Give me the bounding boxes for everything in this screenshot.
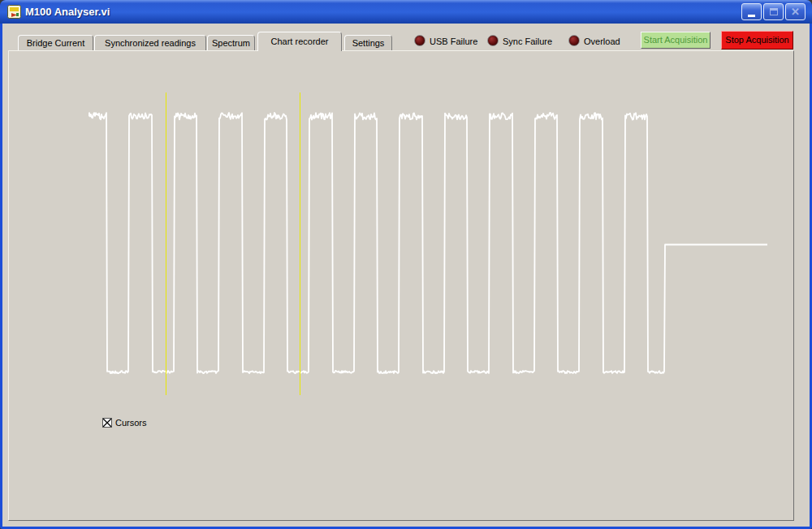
sync-failure-led	[487, 35, 499, 46]
titlebar[interactable]: M100 Analyser.vi ✕	[0, 0, 812, 24]
close-button[interactable]: ✕	[785, 3, 806, 20]
graph-cursor-line[interactable]	[166, 92, 166, 395]
window-title: M100 Analyser.vi	[25, 6, 741, 18]
close-icon: ✕	[791, 6, 800, 17]
cursors-checkbox[interactable]: Cursors	[101, 416, 152, 428]
labview-vi-icon	[7, 5, 21, 19]
tab-spectrum[interactable]: Spectrum	[207, 35, 255, 50]
overload-led	[568, 35, 580, 46]
waveform-trace	[89, 92, 767, 397]
plot-area[interactable]	[88, 92, 767, 396]
start-acquisition-button[interactable]: Start Acquisition	[641, 32, 710, 49]
window-body: Bridge Current Synchronized readings Spe…	[2, 24, 810, 527]
tab-bridge-current[interactable]: Bridge Current	[18, 35, 93, 50]
cursors-checkbox-label: Cursors	[115, 418, 147, 428]
overload-label: Overload	[584, 37, 620, 46]
usb-failure-led	[414, 35, 425, 46]
checkbox-checked-icon	[102, 418, 112, 428]
stop-acquisition-button[interactable]: Stop Acquisition	[721, 31, 793, 49]
maximize-icon	[770, 8, 778, 15]
tab-synchronized-readings[interactable]: Synchronized readings	[94, 35, 206, 50]
usb-failure-label: USB Failure	[430, 37, 477, 46]
minimize-icon	[748, 15, 755, 17]
window: M100 Analyser.vi ✕ Bridge Current Synchr…	[0, 0, 812, 529]
graph-cursor-line[interactable]	[300, 92, 300, 395]
sync-failure-label: Sync Failure	[503, 37, 552, 46]
tab-chart-recorder[interactable]: Chart recorder	[257, 32, 342, 51]
tab-settings[interactable]: Settings	[344, 35, 392, 50]
minimize-button[interactable]	[741, 3, 762, 20]
maximize-button[interactable]	[763, 3, 784, 20]
